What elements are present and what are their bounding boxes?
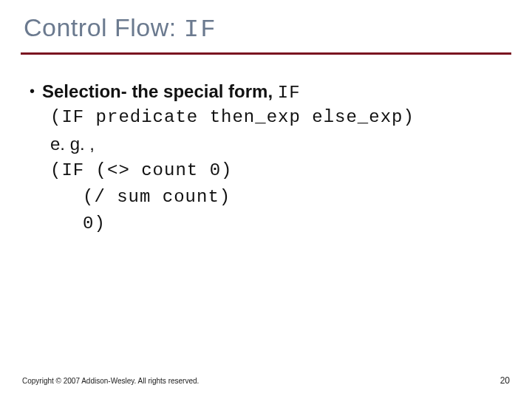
eg-label: e. g. , — [50, 131, 502, 157]
footer: Copyright © 2007 Addison-Wesley. All rig… — [22, 375, 510, 386]
body: • Selection- the special form, IF (IF pr… — [0, 55, 532, 237]
bullet-item: • Selection- the special form, IF — [30, 81, 502, 103]
code-line: (/ sum count) — [83, 184, 502, 211]
bullet-text: Selection- the special form, IF — [42, 81, 301, 103]
slide-title: Control Flow: IF — [24, 13, 508, 44]
title-prefix: Control Flow: — [24, 13, 184, 41]
code-line: (IF (<> count 0) — [50, 157, 502, 184]
copyright: Copyright © 2007 Addison-Wesley. All rig… — [22, 377, 199, 385]
title-area: Control Flow: IF — [0, 0, 532, 50]
slide: Control Flow: IF • Selection- the specia… — [0, 0, 532, 399]
bullet-dot-icon: • — [30, 83, 35, 98]
page-number: 20 — [500, 375, 510, 386]
bullet-prefix: Selection- the special form, — [42, 81, 278, 101]
title-code: IF — [184, 16, 217, 44]
code-line: (IF predicate then_exp else_exp) — [50, 104, 502, 131]
bullet-code: IF — [278, 83, 301, 103]
code-line: 0) — [83, 211, 502, 237]
